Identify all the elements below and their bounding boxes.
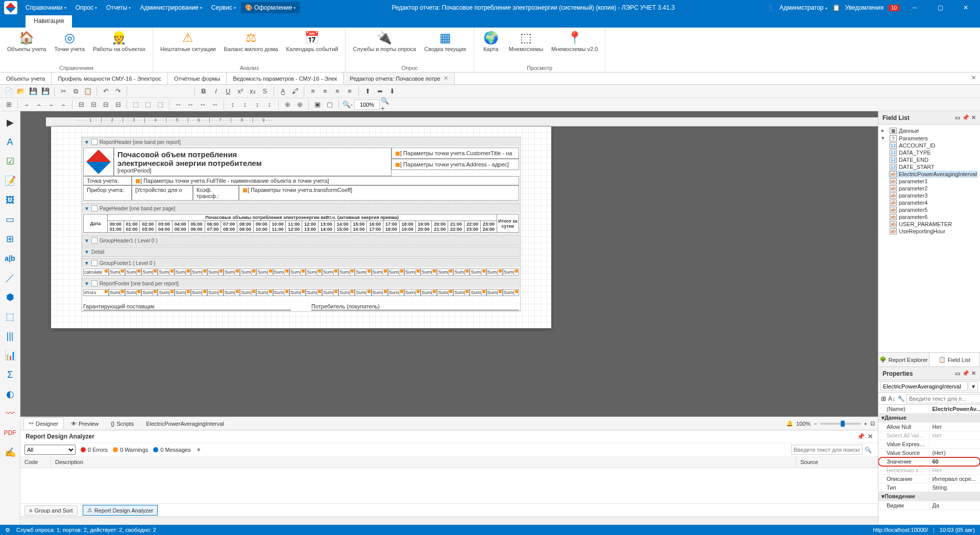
tab-field-list[interactable]: 📋Field List — [929, 353, 981, 367]
sum-cell[interactable]: Sum( — [322, 269, 338, 276]
tb-strike[interactable]: S — [259, 86, 271, 97]
tb-valign-top[interactable]: ⬆ — [362, 86, 373, 97]
filter-icon[interactable]: ▼ — [196, 447, 202, 453]
col-desc[interactable]: Description — [51, 457, 796, 468]
tool-pointer[interactable]: ▶ — [3, 115, 17, 130]
pribor-label[interactable]: Прибор учета: — [83, 185, 132, 201]
hour-col-header[interactable]: 04:0005:00 — [172, 221, 188, 233]
notifications-label[interactable]: Уведомления — [845, 4, 884, 11]
notifications-badge[interactable]: 10 — [889, 5, 899, 11]
horizontal-scrollbar[interactable] — [20, 517, 878, 525]
user-menu[interactable]: Администратор ▾ — [779, 4, 827, 11]
sum-cell[interactable]: Sum( — [109, 269, 125, 276]
sum-cell[interactable]: Sum( — [437, 289, 453, 296]
tb-vspace3[interactable]: ↕ — [252, 99, 263, 110]
tool-richtext[interactable]: 📝 — [3, 174, 17, 188]
messages-pill[interactable]: 0 Messages — [153, 447, 190, 453]
tb-back[interactable]: ▢ — [324, 99, 335, 110]
hour-col-header[interactable]: 13:0014:00 — [318, 221, 334, 233]
sum-cell[interactable]: Sum( — [240, 269, 256, 276]
designer-surface[interactable]: · · · · · 1 · · · | · · · 2 · · · | · · … — [20, 111, 878, 417]
ribbon-btn-points[interactable]: ◎Точки учета — [51, 29, 88, 54]
tb-saveas[interactable]: 💾 — [40, 86, 51, 97]
menu-otchety[interactable]: Отчеты▾ — [102, 2, 135, 13]
tree-row-data[interactable]: ▸▦Данные — [880, 127, 978, 134]
sum-cell[interactable]: Sum( — [191, 289, 207, 296]
tb-zoomin[interactable]: 🔍+ — [381, 99, 392, 110]
tool-sparkline[interactable]: 〰 — [3, 406, 17, 421]
sum-cell[interactable]: Sum( — [404, 269, 421, 276]
tb-italic[interactable]: I — [210, 86, 222, 97]
prop-row[interactable]: Value Express... — [878, 440, 980, 449]
tb-valign-mid[interactable]: ⬌ — [374, 86, 385, 97]
tool-checkbox[interactable]: ☑ — [3, 154, 17, 168]
hour-col-header[interactable]: 11:0012:00 — [286, 221, 302, 233]
tree-param-parameter4[interactable]: abparameter4 — [889, 199, 978, 206]
sum-cell[interactable]: Итого — [83, 289, 109, 296]
tab-preview[interactable]: 👁Preview — [66, 419, 104, 429]
sum-cell[interactable]: Sum( — [338, 289, 355, 296]
band-group-footer[interactable]: ▼GroupFooter1 ( Level 0 ) calculateSum(S… — [82, 258, 521, 277]
chevron-down-icon[interactable]: ▼ — [84, 238, 89, 244]
sum-cell[interactable]: Sum( — [503, 289, 519, 296]
tool-line[interactable]: ／ — [3, 271, 17, 285]
sum-cell[interactable]: Sum( — [175, 289, 191, 296]
sum-cell[interactable]: Sum( — [141, 269, 158, 276]
tb-sup[interactable]: x² — [235, 86, 246, 97]
sum-cell[interactable]: Sum( — [125, 269, 141, 276]
close-icon[interactable]: ✕ — [444, 75, 448, 82]
sum-cell[interactable]: Sum( — [273, 269, 289, 276]
sum-cell[interactable]: Sum( — [503, 269, 519, 276]
tab-designer[interactable]: ✏Designer — [23, 418, 64, 429]
zoom-out-button[interactable]: − — [814, 421, 817, 427]
tb-align-justify[interactable]: ≡ — [344, 86, 355, 97]
ribbon-btn-services[interactable]: 🔌Службы и порты опроса — [350, 29, 419, 54]
sum-cell[interactable]: Sum( — [388, 269, 404, 276]
tb-size3[interactable]: ⬚ — [155, 99, 166, 110]
sum-cell[interactable]: Sum( — [421, 269, 437, 276]
errors-pill[interactable]: 0 Errors — [81, 447, 108, 453]
tb-open[interactable]: 📂 — [15, 86, 27, 97]
zoom-input[interactable] — [354, 100, 380, 110]
tb-align3[interactable]: ⫠ — [45, 99, 57, 110]
tab-scripts[interactable]: {}Scripts — [106, 419, 139, 429]
prop-row[interactable]: ОписаниеИнтервал осре... — [878, 475, 980, 483]
tb-font[interactable] — [130, 86, 191, 97]
report-page[interactable]: ▼ReportHeader [one band per report] Поча… — [51, 127, 551, 328]
tb-dist3[interactable]: ⊟ — [100, 99, 111, 110]
tree-param-DATE_END[interactable]: 12DATE_END — [889, 156, 978, 163]
ribbon-btn-mnemo[interactable]: ⬚Мнемосхемы — [506, 29, 547, 54]
doc-tab[interactable]: Объекты учета — [0, 72, 52, 84]
band-page-header[interactable]: ▼PageHeader [one band per page] Дата Поч… — [82, 203, 521, 234]
tb-zoomout[interactable]: 🔍- — [342, 99, 353, 110]
tree-row-params[interactable]: ▾?Parameters — [880, 134, 978, 142]
hour-col-header[interactable]: 05:0006:00 — [188, 221, 205, 233]
sum-cell[interactable]: Sum( — [207, 289, 224, 296]
band-report-header[interactable]: ▼ReportHeader [one band per report] Поча… — [82, 137, 521, 202]
doc-tab[interactable]: Профиль мощности СМУ-16 - Электрос — [52, 72, 168, 84]
hours-title[interactable]: Почасовые объемы потребления электроэнер… — [107, 214, 497, 221]
sum-cell[interactable]: Sum( — [322, 289, 338, 296]
sum-cell[interactable]: Sum( — [256, 269, 273, 276]
ribbon-btn-alerts[interactable]: ⚠Нештатные ситуации — [157, 29, 219, 54]
tab-report-explorer[interactable]: 🌳Report Explorer — [878, 353, 929, 367]
sum-cell[interactable]: Sum( — [355, 269, 371, 276]
tb-front[interactable]: ▣ — [312, 99, 323, 110]
sum-cell[interactable]: Sum( — [273, 289, 289, 296]
sum-cell[interactable]: Sum( — [338, 269, 355, 276]
hour-col-header[interactable]: 00:0001:00 — [107, 221, 124, 233]
window-icon[interactable]: ▭ — [955, 370, 960, 377]
sum-cell[interactable]: Sum( — [191, 269, 207, 276]
hour-col-header[interactable]: 09:0010:00 — [253, 221, 270, 233]
hour-col-header[interactable]: 10:0011:00 — [270, 221, 286, 233]
tool-table[interactable]: ⊞ — [3, 232, 17, 246]
tool-picture[interactable]: 🖼 — [3, 193, 17, 207]
sum-cell[interactable]: Sum( — [355, 289, 371, 296]
hour-col-header[interactable]: 22:0023:00 — [464, 221, 481, 233]
tb-save[interactable]: 💾 — [28, 86, 39, 97]
tool-sum[interactable]: Σ — [3, 368, 17, 382]
tb-copy[interactable]: ⧉ — [70, 86, 81, 97]
sum-cell[interactable]: Sum( — [207, 269, 224, 276]
close-button[interactable]: ✕ — [955, 0, 976, 15]
sort-az-button[interactable]: A↓ — [888, 394, 896, 404]
